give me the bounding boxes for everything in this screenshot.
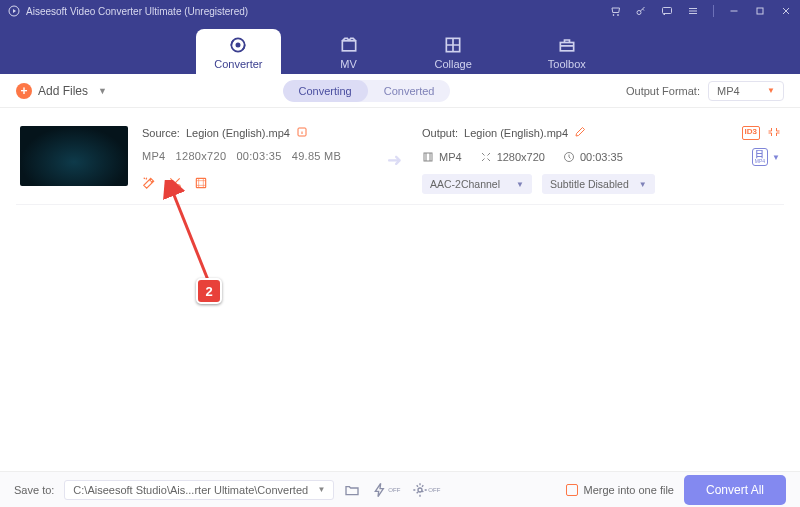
toolbox-icon [557, 35, 577, 55]
source-codec: MP4 [142, 150, 166, 162]
open-folder-icon[interactable] [344, 482, 360, 498]
chevron-down-icon: ▼ [639, 180, 647, 189]
tab-label: MV [340, 58, 357, 70]
segment-converted[interactable]: Converted [368, 80, 451, 102]
status-segment: Converting Converted [283, 80, 451, 102]
cart-icon[interactable] [609, 5, 621, 17]
output-format-select[interactable]: MP4 ▼ [708, 81, 784, 101]
tab-label: Collage [435, 58, 472, 70]
tab-toolbox[interactable]: Toolbox [530, 29, 604, 74]
file-list: Source: Legion (English).mp4 MP4 1280x72… [0, 108, 800, 471]
footer-tools: OFF OFF [344, 482, 440, 498]
video-thumbnail[interactable] [20, 126, 128, 186]
hw-accel-icon[interactable]: OFF [372, 482, 400, 498]
converter-icon [228, 35, 248, 55]
svg-point-8 [237, 43, 240, 46]
main-tabs: Converter MV Collage Toolbox [0, 22, 800, 74]
svg-point-2 [613, 15, 614, 16]
plus-icon: + [16, 83, 32, 99]
audio-value: AAC-2Channel [430, 178, 500, 190]
convert-all-button[interactable]: Convert All [684, 475, 786, 505]
toolbar: + Add Files ▼ Converting Converted Outpu… [0, 74, 800, 108]
svg-point-3 [618, 15, 619, 16]
chevron-down-icon: ▼ [317, 485, 325, 494]
svg-marker-1 [13, 9, 16, 13]
output-label: Output: [422, 127, 458, 139]
high-speed-icon[interactable]: OFF [412, 482, 440, 498]
source-column: Source: Legion (English).mp4 MP4 1280x72… [142, 126, 366, 194]
svg-rect-15 [196, 178, 205, 187]
metadata-icon[interactable]: ID3 [742, 126, 760, 140]
menu-icon[interactable] [687, 5, 699, 17]
subtitle-select[interactable]: Subtitle Disabled▼ [542, 174, 655, 194]
app-logo [8, 5, 20, 17]
svg-rect-5 [663, 8, 672, 14]
tab-label: Toolbox [548, 58, 586, 70]
svg-point-20 [418, 488, 422, 492]
source-duration: 00:03:35 [236, 150, 281, 162]
chevron-down-icon: ▼ [516, 180, 524, 189]
add-files-label: Add Files [38, 84, 88, 98]
cut-icon[interactable] [168, 176, 182, 190]
info-icon[interactable] [296, 126, 308, 140]
clock-icon [563, 151, 575, 163]
svg-rect-9 [342, 41, 355, 51]
wand-icon[interactable] [142, 176, 156, 190]
mv-icon [339, 35, 359, 55]
minimize-button[interactable] [728, 5, 740, 17]
collage-icon [443, 35, 463, 55]
chevron-down-icon: ▼ [767, 86, 775, 95]
subtitle-value: Subtitle Disabled [550, 178, 629, 190]
app-title: Aiseesoft Video Converter Ultimate (Unre… [26, 6, 248, 17]
enhance-icon[interactable] [194, 176, 208, 190]
chevron-down-icon: ▼ [98, 86, 107, 96]
chat-icon[interactable] [661, 5, 673, 17]
preset-button[interactable]: 日 MP4 [752, 148, 768, 166]
film-icon [422, 151, 434, 163]
output-filename: Legion (English).mp4 [464, 127, 568, 139]
source-meta: MP4 1280x720 00:03:35 49.85 MB [142, 150, 366, 162]
output-codec: MP4 [439, 151, 462, 163]
edit-name-icon[interactable] [574, 126, 586, 140]
annotation-step-badge: 2 [196, 278, 222, 304]
window-controls [609, 5, 792, 17]
output-format-value: MP4 [717, 85, 740, 97]
tab-converter[interactable]: Converter [196, 29, 280, 74]
titlebar: Aiseesoft Video Converter Ultimate (Unre… [0, 0, 800, 22]
source-label: Source: [142, 127, 180, 139]
tab-label: Converter [214, 58, 262, 70]
save-path-value: C:\Aiseesoft Studio\Ais...rter Ultimate\… [73, 484, 308, 496]
checkbox-icon [566, 484, 578, 496]
svg-point-4 [637, 11, 641, 15]
arrow-right-icon: ➜ [380, 149, 408, 171]
footer: Save to: C:\Aiseesoft Studio\Ais...rter … [0, 471, 800, 507]
close-button[interactable] [780, 5, 792, 17]
output-column: Output: Legion (English).mp4 ID3 MP4 128… [422, 126, 780, 194]
tab-mv[interactable]: MV [321, 29, 377, 74]
svg-rect-16 [424, 153, 432, 161]
file-row: Source: Legion (English).mp4 MP4 1280x72… [16, 116, 784, 205]
audio-select[interactable]: AAC-2Channel▼ [422, 174, 532, 194]
svg-rect-6 [757, 8, 763, 14]
add-files-button[interactable]: + Add Files ▼ [16, 83, 107, 99]
output-resolution: 1280x720 [497, 151, 545, 163]
resolution-icon [480, 151, 492, 163]
separator [713, 5, 714, 17]
merge-label: Merge into one file [583, 484, 674, 496]
merge-checkbox[interactable]: Merge into one file [566, 484, 674, 496]
output-duration: 00:03:35 [580, 151, 623, 163]
output-format: Output Format: MP4 ▼ [626, 81, 784, 101]
compress-icon[interactable] [768, 126, 780, 140]
save-to-label: Save to: [14, 484, 54, 496]
source-size: 49.85 MB [292, 150, 341, 162]
chevron-down-icon[interactable]: ▼ [772, 153, 780, 162]
source-resolution: 1280x720 [176, 150, 227, 162]
output-dropdowns: AAC-2Channel▼ Subtitle Disabled▼ [422, 174, 780, 194]
maximize-button[interactable] [754, 5, 766, 17]
segment-converting[interactable]: Converting [283, 80, 368, 102]
tab-collage[interactable]: Collage [417, 29, 490, 74]
save-path-select[interactable]: C:\Aiseesoft Studio\Ais...rter Ultimate\… [64, 480, 334, 500]
key-icon[interactable] [635, 5, 647, 17]
edit-tools [142, 176, 366, 190]
source-filename: Legion (English).mp4 [186, 127, 290, 139]
